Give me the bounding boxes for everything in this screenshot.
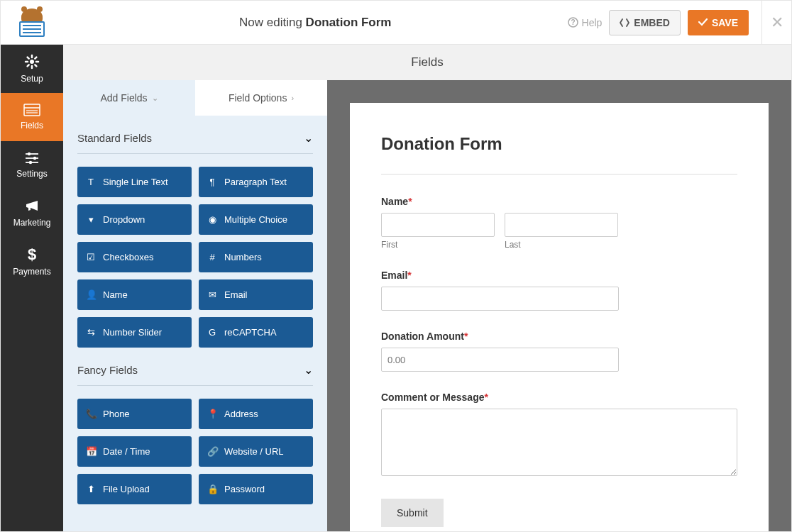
chevron-down-icon: ⌄ (304, 131, 313, 145)
field-type-icon: ⬆ (86, 484, 96, 494)
content-header: Fields (63, 45, 791, 80)
field-type-icon: 📅 (86, 446, 96, 457)
standard-field-paragraph-text[interactable]: ¶Paragraph Text (199, 167, 313, 197)
help-icon: ? (568, 17, 578, 28)
sidebar-item-settings[interactable]: Settings (1, 141, 63, 189)
standard-field-dropdown[interactable]: ▾Dropdown (77, 204, 192, 235)
svg-point-12 (29, 161, 32, 164)
sidebar-item-label: Setup (21, 74, 43, 84)
app-logo (1, 1, 63, 45)
field-type-icon: 🔒 (207, 484, 217, 494)
field-button-label: Name (103, 289, 128, 300)
first-name-input[interactable] (381, 213, 495, 237)
sidebar-item-payments[interactable]: $ Payments (1, 238, 63, 286)
embed-icon (620, 18, 629, 27)
section-standard-fields[interactable]: Standard Fields ⌄ (77, 116, 313, 154)
email-input[interactable] (381, 287, 619, 311)
fancy-field-password[interactable]: 🔒Password (199, 474, 313, 504)
field-type-icon: ▾ (86, 214, 96, 225)
sidebar-item-label: Fields (21, 121, 43, 131)
standard-field-numbers[interactable]: #Numbers (199, 242, 313, 272)
standard-field-checkboxes[interactable]: ☑Checkboxes (77, 242, 192, 272)
svg-text:$: $ (28, 247, 36, 262)
dollar-icon: $ (27, 247, 37, 262)
donation-input[interactable] (381, 348, 619, 372)
field-button-label: Checkboxes (103, 252, 154, 262)
last-name-input[interactable] (505, 213, 618, 237)
sidebar-item-setup[interactable]: Setup (1, 45, 63, 93)
chevron-down-icon: ⌄ (152, 94, 158, 103)
field-type-icon: G (207, 327, 217, 338)
fancy-field-address[interactable]: 📍Address (199, 399, 313, 429)
last-sublabel: Last (505, 240, 618, 250)
bullhorn-icon (24, 199, 40, 214)
field-button-label: Email (224, 289, 248, 300)
standard-field-recaptcha[interactable]: GreCAPTCHA (199, 317, 313, 348)
gear-icon (24, 54, 40, 70)
sidebar-item-label: Payments (13, 267, 50, 277)
standard-field-email[interactable]: ✉Email (199, 279, 313, 310)
first-sublabel: First (381, 240, 495, 250)
field-button-label: File Upload (103, 484, 150, 494)
svg-point-8 (28, 153, 31, 155)
field-button-label: Website / URL (224, 446, 284, 457)
field-type-icon: ¶ (207, 177, 217, 187)
field-button-label: Numbers (224, 252, 262, 262)
field-type-icon: 🔗 (207, 446, 217, 457)
field-type-icon: 👤 (86, 289, 96, 300)
field-type-icon: 📍 (207, 409, 217, 419)
field-button-label: Date / Time (103, 446, 150, 457)
svg-rect-3 (24, 104, 40, 116)
field-type-icon: 📞 (86, 409, 96, 419)
chevron-right-icon: › (291, 94, 294, 102)
email-label: Email* (381, 270, 737, 281)
tab-add-fields[interactable]: Add Fields ⌄ (63, 80, 195, 116)
comment-label: Comment or Message* (381, 392, 737, 403)
tab-field-options[interactable]: Field Options › (195, 80, 327, 116)
fancy-field-phone[interactable]: 📞Phone (77, 399, 192, 429)
close-button[interactable]: ✕ (761, 1, 791, 45)
form-icon (23, 104, 40, 116)
field-button-label: Password (224, 484, 265, 494)
check-icon (698, 18, 708, 26)
sidebar-item-fields[interactable]: Fields (1, 93, 63, 141)
svg-point-2 (30, 60, 34, 64)
field-type-icon: ◉ (207, 214, 217, 225)
help-link[interactable]: ? Help (568, 17, 603, 28)
field-button-label: Address (224, 409, 258, 419)
field-button-label: Single Line Text (103, 177, 168, 187)
field-button-label: Number Slider (103, 327, 162, 338)
field-button-label: Phone (103, 409, 130, 419)
svg-text:?: ? (571, 18, 575, 26)
svg-point-10 (33, 157, 36, 160)
field-button-label: reCAPTCHA (224, 327, 277, 338)
field-type-icon: # (207, 252, 217, 262)
save-button[interactable]: SAVE (688, 10, 749, 35)
standard-field-name[interactable]: 👤Name (77, 279, 192, 310)
embed-button[interactable]: EMBED (609, 10, 681, 35)
form-title: Donation Form (381, 134, 737, 174)
fancy-field-date-time[interactable]: 📅Date / Time (77, 436, 192, 467)
sidebar-item-marketing[interactable]: Marketing (1, 189, 63, 238)
standard-field-multiple-choice[interactable]: ◉Multiple Choice (199, 204, 313, 235)
standard-field-number-slider[interactable]: ⇆Number Slider (77, 317, 192, 348)
fancy-field-file-upload[interactable]: ⬆File Upload (77, 474, 192, 504)
standard-field-single-line-text[interactable]: TSingle Line Text (77, 167, 192, 197)
field-button-label: Multiple Choice (224, 214, 287, 225)
field-type-icon: T (86, 177, 96, 187)
fancy-field-website-url[interactable]: 🔗Website / URL (199, 436, 313, 467)
field-button-label: Paragraph Text (224, 177, 287, 187)
field-type-icon: ☑ (86, 252, 96, 262)
sliders-icon (24, 152, 40, 165)
header-title: Now editing Donation Form (63, 16, 568, 30)
section-fancy-fields[interactable]: Fancy Fields ⌄ (77, 348, 313, 386)
sidebar-item-label: Settings (16, 169, 47, 179)
submit-button[interactable]: Submit (381, 499, 444, 527)
field-button-label: Dropdown (103, 214, 145, 225)
field-type-icon: ✉ (207, 289, 217, 300)
comment-textarea[interactable] (381, 409, 737, 476)
donation-label: Donation Amount* (381, 331, 737, 342)
sidebar-item-label: Marketing (13, 218, 51, 228)
chevron-down-icon: ⌄ (304, 363, 313, 377)
name-label: Name* (381, 196, 737, 207)
